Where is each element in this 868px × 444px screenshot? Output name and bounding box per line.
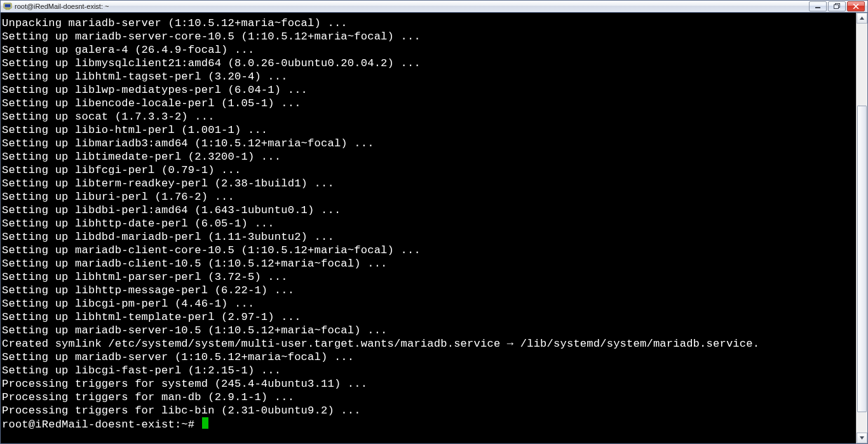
terminal-wrap: Unpacking mariadb-server (1:10.5.12+mari… [0, 13, 868, 444]
terminal-line: Processing triggers for libc-bin (2.31-0… [2, 404, 856, 417]
terminal-line: Setting up libhttp-date-perl (6.05-1) ..… [2, 217, 856, 230]
terminal-line: Setting up libhttp-message-perl (6.22-1)… [2, 284, 856, 297]
terminal-line: Setting up libmariadb3:amd64 (1:10.5.12+… [2, 137, 856, 150]
terminal-line: Setting up mariadb-client-core-10.5 (1:1… [2, 244, 856, 257]
maximize-button[interactable] [828, 1, 846, 11]
terminal-line: Setting up libcgi-fast-perl (1:2.15-1) .… [2, 364, 856, 377]
terminal-line: Setting up libcgi-pm-perl (4.46-1) ... [2, 297, 856, 310]
window-controls [809, 1, 866, 12]
terminal-line: Setting up mariadb-client-10.5 (1:10.5.1… [2, 257, 856, 270]
svg-rect-1 [5, 4, 11, 8]
cursor [202, 417, 208, 429]
terminal-line: Unpacking mariadb-server (1:10.5.12+mari… [2, 17, 856, 30]
terminal-line: Processing triggers for systemd (245.4-4… [2, 377, 856, 391]
scrollbar[interactable] [856, 13, 867, 443]
terminal-line: Created symlink /etc/systemd/system/mult… [2, 337, 856, 350]
terminal-line: Setting up mariadb-server (1:10.5.12+mar… [2, 350, 856, 364]
terminal-line: Setting up mariadb-server-core-10.5 (1:1… [2, 30, 856, 43]
terminal-line: Setting up libfcgi-perl (0.79-1) ... [2, 163, 856, 177]
svg-rect-3 [815, 7, 820, 8]
terminal-line: Setting up libhtml-parser-perl (3.72-5) … [2, 270, 856, 284]
terminal-line: Setting up libhtml-tagset-perl (3.20-4) … [2, 70, 856, 83]
terminal-line: Setting up mariadb-server-10.5 (1:10.5.1… [2, 324, 856, 337]
terminal-line: Setting up libdbi-perl:amd64 (1.643-1ubu… [2, 204, 856, 217]
svg-rect-2 [6, 8, 10, 10]
terminal-line: Setting up libtimedate-perl (2.3200-1) .… [2, 150, 856, 163]
scroll-track[interactable] [857, 24, 867, 433]
terminal[interactable]: Unpacking mariadb-server (1:10.5.12+mari… [2, 17, 856, 443]
svg-rect-5 [834, 5, 839, 9]
scroll-thumb[interactable] [857, 106, 867, 412]
terminal-line: Setting up libencode-locale-perl (1.05-1… [2, 97, 856, 110]
terminal-line: Processing triggers for man-db (2.9.1-1)… [2, 391, 856, 404]
terminal-line: Setting up libhtml-template-perl (2.97-1… [2, 310, 856, 324]
terminal-line: Setting up socat (1.7.3.3-2) ... [2, 110, 856, 123]
prompt-text: root@iRedMail-doesnt-exist:~# [2, 419, 201, 431]
titlebar[interactable]: root@iRedMail-doesnt-exist: ~ [0, 0, 868, 13]
terminal-line: Setting up libterm-readkey-perl (2.38-1b… [2, 177, 856, 190]
terminal-line: Setting up libmysqlclient21:amd64 (8.0.2… [2, 57, 856, 70]
terminal-line: Setting up liblwp-mediatypes-perl (6.04-… [2, 83, 856, 97]
minimize-button[interactable] [809, 1, 827, 11]
scroll-up-button[interactable] [857, 13, 867, 24]
scroll-down-button[interactable] [857, 433, 867, 443]
terminal-line: Setting up galera-4 (26.4.9-focal) ... [2, 43, 856, 57]
close-button[interactable] [847, 1, 865, 11]
terminal-line: Setting up liburi-perl (1.76-2) ... [2, 190, 856, 204]
window-title: root@iRedMail-doesnt-exist: ~ [15, 3, 109, 10]
terminal-line: Setting up libdbd-mariadb-perl (1.11-3ub… [2, 230, 856, 244]
window: root@iRedMail-doesnt-exist: ~ Unpacking … [0, 0, 868, 444]
prompt-line[interactable]: root@iRedMail-doesnt-exist:~# [2, 417, 856, 431]
terminal-line: Setting up libio-html-perl (1.001-1) ... [2, 123, 856, 137]
putty-icon [3, 2, 12, 11]
